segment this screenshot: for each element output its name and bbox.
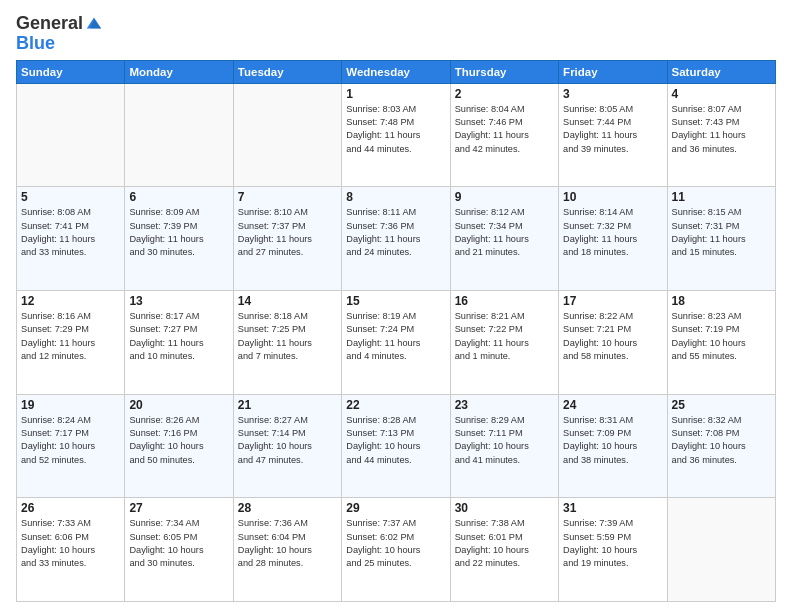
- day-info: Sunrise: 8:21 AM Sunset: 7:22 PM Dayligh…: [455, 310, 554, 363]
- day-number: 2: [455, 87, 554, 101]
- logo-icon: [85, 14, 103, 32]
- day-cell: 8Sunrise: 8:11 AM Sunset: 7:36 PM Daylig…: [342, 187, 450, 291]
- day-info: Sunrise: 8:32 AM Sunset: 7:08 PM Dayligh…: [672, 414, 771, 467]
- day-cell: 17Sunrise: 8:22 AM Sunset: 7:21 PM Dayli…: [559, 290, 667, 394]
- calendar-table: SundayMondayTuesdayWednesdayThursdayFrid…: [16, 60, 776, 602]
- day-cell: 5Sunrise: 8:08 AM Sunset: 7:41 PM Daylig…: [17, 187, 125, 291]
- day-info: Sunrise: 8:04 AM Sunset: 7:46 PM Dayligh…: [455, 103, 554, 156]
- day-number: 27: [129, 501, 228, 515]
- day-number: 12: [21, 294, 120, 308]
- logo-text-general: General: [16, 14, 83, 34]
- day-info: Sunrise: 8:11 AM Sunset: 7:36 PM Dayligh…: [346, 206, 445, 259]
- day-info: Sunrise: 8:28 AM Sunset: 7:13 PM Dayligh…: [346, 414, 445, 467]
- day-info: Sunrise: 8:08 AM Sunset: 7:41 PM Dayligh…: [21, 206, 120, 259]
- day-info: Sunrise: 8:10 AM Sunset: 7:37 PM Dayligh…: [238, 206, 337, 259]
- day-number: 10: [563, 190, 662, 204]
- day-number: 11: [672, 190, 771, 204]
- logo-text-blue: Blue: [16, 34, 55, 54]
- weekday-header-saturday: Saturday: [667, 60, 775, 83]
- day-info: Sunrise: 8:16 AM Sunset: 7:29 PM Dayligh…: [21, 310, 120, 363]
- weekday-header-wednesday: Wednesday: [342, 60, 450, 83]
- day-cell: [125, 83, 233, 187]
- weekday-header-thursday: Thursday: [450, 60, 558, 83]
- day-cell: 7Sunrise: 8:10 AM Sunset: 7:37 PM Daylig…: [233, 187, 341, 291]
- day-info: Sunrise: 8:27 AM Sunset: 7:14 PM Dayligh…: [238, 414, 337, 467]
- weekday-header-row: SundayMondayTuesdayWednesdayThursdayFrid…: [17, 60, 776, 83]
- day-cell: 25Sunrise: 8:32 AM Sunset: 7:08 PM Dayli…: [667, 394, 775, 498]
- day-cell: 24Sunrise: 8:31 AM Sunset: 7:09 PM Dayli…: [559, 394, 667, 498]
- day-info: Sunrise: 7:38 AM Sunset: 6:01 PM Dayligh…: [455, 517, 554, 570]
- day-info: Sunrise: 8:29 AM Sunset: 7:11 PM Dayligh…: [455, 414, 554, 467]
- day-info: Sunrise: 8:26 AM Sunset: 7:16 PM Dayligh…: [129, 414, 228, 467]
- day-info: Sunrise: 8:17 AM Sunset: 7:27 PM Dayligh…: [129, 310, 228, 363]
- day-number: 30: [455, 501, 554, 515]
- day-cell: 30Sunrise: 7:38 AM Sunset: 6:01 PM Dayli…: [450, 498, 558, 602]
- day-cell: 23Sunrise: 8:29 AM Sunset: 7:11 PM Dayli…: [450, 394, 558, 498]
- day-number: 26: [21, 501, 120, 515]
- day-number: 6: [129, 190, 228, 204]
- day-number: 24: [563, 398, 662, 412]
- day-cell: 11Sunrise: 8:15 AM Sunset: 7:31 PM Dayli…: [667, 187, 775, 291]
- day-info: Sunrise: 7:37 AM Sunset: 6:02 PM Dayligh…: [346, 517, 445, 570]
- day-info: Sunrise: 8:15 AM Sunset: 7:31 PM Dayligh…: [672, 206, 771, 259]
- day-info: Sunrise: 8:07 AM Sunset: 7:43 PM Dayligh…: [672, 103, 771, 156]
- day-cell: [233, 83, 341, 187]
- day-info: Sunrise: 8:19 AM Sunset: 7:24 PM Dayligh…: [346, 310, 445, 363]
- day-info: Sunrise: 7:34 AM Sunset: 6:05 PM Dayligh…: [129, 517, 228, 570]
- day-cell: 15Sunrise: 8:19 AM Sunset: 7:24 PM Dayli…: [342, 290, 450, 394]
- day-info: Sunrise: 8:03 AM Sunset: 7:48 PM Dayligh…: [346, 103, 445, 156]
- day-cell: 2Sunrise: 8:04 AM Sunset: 7:46 PM Daylig…: [450, 83, 558, 187]
- day-info: Sunrise: 8:12 AM Sunset: 7:34 PM Dayligh…: [455, 206, 554, 259]
- week-row-3: 12Sunrise: 8:16 AM Sunset: 7:29 PM Dayli…: [17, 290, 776, 394]
- page: General Blue SundayMondayTuesdayWednesda…: [0, 0, 792, 612]
- day-cell: 27Sunrise: 7:34 AM Sunset: 6:05 PM Dayli…: [125, 498, 233, 602]
- day-cell: 21Sunrise: 8:27 AM Sunset: 7:14 PM Dayli…: [233, 394, 341, 498]
- weekday-header-monday: Monday: [125, 60, 233, 83]
- day-cell: 31Sunrise: 7:39 AM Sunset: 5:59 PM Dayli…: [559, 498, 667, 602]
- week-row-5: 26Sunrise: 7:33 AM Sunset: 6:06 PM Dayli…: [17, 498, 776, 602]
- day-number: 23: [455, 398, 554, 412]
- day-number: 13: [129, 294, 228, 308]
- day-info: Sunrise: 8:18 AM Sunset: 7:25 PM Dayligh…: [238, 310, 337, 363]
- day-cell: 12Sunrise: 8:16 AM Sunset: 7:29 PM Dayli…: [17, 290, 125, 394]
- day-info: Sunrise: 8:05 AM Sunset: 7:44 PM Dayligh…: [563, 103, 662, 156]
- weekday-header-sunday: Sunday: [17, 60, 125, 83]
- day-number: 17: [563, 294, 662, 308]
- day-number: 15: [346, 294, 445, 308]
- day-cell: 10Sunrise: 8:14 AM Sunset: 7:32 PM Dayli…: [559, 187, 667, 291]
- day-number: 1: [346, 87, 445, 101]
- day-number: 31: [563, 501, 662, 515]
- day-cell: 29Sunrise: 7:37 AM Sunset: 6:02 PM Dayli…: [342, 498, 450, 602]
- day-info: Sunrise: 8:09 AM Sunset: 7:39 PM Dayligh…: [129, 206, 228, 259]
- weekday-header-friday: Friday: [559, 60, 667, 83]
- day-cell: 1Sunrise: 8:03 AM Sunset: 7:48 PM Daylig…: [342, 83, 450, 187]
- day-cell: 14Sunrise: 8:18 AM Sunset: 7:25 PM Dayli…: [233, 290, 341, 394]
- day-cell: 19Sunrise: 8:24 AM Sunset: 7:17 PM Dayli…: [17, 394, 125, 498]
- day-number: 18: [672, 294, 771, 308]
- day-cell: 22Sunrise: 8:28 AM Sunset: 7:13 PM Dayli…: [342, 394, 450, 498]
- day-cell: 28Sunrise: 7:36 AM Sunset: 6:04 PM Dayli…: [233, 498, 341, 602]
- day-cell: 20Sunrise: 8:26 AM Sunset: 7:16 PM Dayli…: [125, 394, 233, 498]
- day-info: Sunrise: 8:24 AM Sunset: 7:17 PM Dayligh…: [21, 414, 120, 467]
- day-number: 29: [346, 501, 445, 515]
- day-number: 21: [238, 398, 337, 412]
- week-row-2: 5Sunrise: 8:08 AM Sunset: 7:41 PM Daylig…: [17, 187, 776, 291]
- day-cell: 16Sunrise: 8:21 AM Sunset: 7:22 PM Dayli…: [450, 290, 558, 394]
- logo: General Blue: [16, 14, 103, 54]
- day-info: Sunrise: 7:39 AM Sunset: 5:59 PM Dayligh…: [563, 517, 662, 570]
- day-number: 5: [21, 190, 120, 204]
- day-info: Sunrise: 8:31 AM Sunset: 7:09 PM Dayligh…: [563, 414, 662, 467]
- day-info: Sunrise: 8:23 AM Sunset: 7:19 PM Dayligh…: [672, 310, 771, 363]
- day-cell: 26Sunrise: 7:33 AM Sunset: 6:06 PM Dayli…: [17, 498, 125, 602]
- day-info: Sunrise: 8:14 AM Sunset: 7:32 PM Dayligh…: [563, 206, 662, 259]
- day-number: 16: [455, 294, 554, 308]
- day-number: 3: [563, 87, 662, 101]
- day-cell: [667, 498, 775, 602]
- day-number: 7: [238, 190, 337, 204]
- day-number: 25: [672, 398, 771, 412]
- day-cell: 6Sunrise: 8:09 AM Sunset: 7:39 PM Daylig…: [125, 187, 233, 291]
- day-number: 22: [346, 398, 445, 412]
- day-number: 14: [238, 294, 337, 308]
- day-number: 8: [346, 190, 445, 204]
- day-number: 20: [129, 398, 228, 412]
